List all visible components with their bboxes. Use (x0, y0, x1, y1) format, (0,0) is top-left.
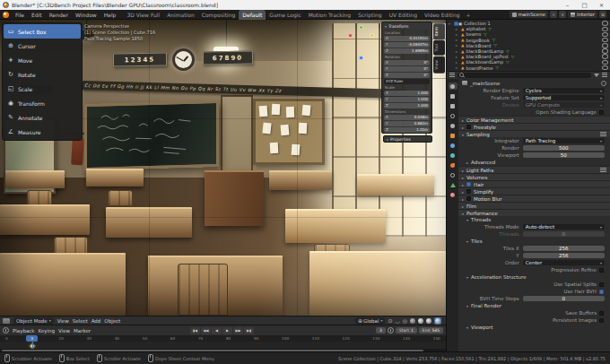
tab-world-icon[interactable] (449, 122, 458, 129)
proportional-editing-icon[interactable]: ◎ (403, 317, 407, 324)
menu-file[interactable]: File (12, 12, 28, 18)
feature-set-dropdown[interactable]: Supported (523, 95, 605, 101)
sidebar-tab-view[interactable]: View (433, 56, 445, 74)
render-samples-slider[interactable]: 500 (523, 145, 605, 152)
tiles-x-slider[interactable]: 256 (523, 246, 605, 252)
tool-move[interactable]: Move (4, 53, 81, 67)
render-engine-dropdown[interactable]: Cycles (523, 88, 605, 94)
visibility-eye-icon[interactable] (602, 32, 608, 38)
3d-viewport[interactable]: 12345 67890 Aa Bb Cc Dd Ee Ff Gg Hh Ii J… (0, 20, 446, 316)
blender-menu-icon[interactable] (3, 12, 9, 18)
timeline-tracks[interactable] (0, 342, 446, 349)
visibility-eye-icon[interactable] (602, 43, 608, 48)
workspace-tab-compositing[interactable]: Compositing (198, 10, 240, 20)
preset-menu-icon[interactable] (600, 132, 606, 136)
shading-rendered-active[interactable] (434, 317, 441, 325)
visibility-eye-icon[interactable] (602, 65, 608, 71)
tab-modifiers-icon[interactable] (449, 142, 458, 149)
current-frame-indicator[interactable]: 3 (26, 335, 38, 342)
view-layer-selector[interactable]: interior (568, 11, 597, 18)
sampling-panel[interactable]: Sampling (458, 130, 610, 137)
osl-checkbox[interactable] (599, 110, 604, 115)
tab-output-icon[interactable] (449, 92, 458, 100)
select-menu[interactable]: Select (73, 318, 88, 324)
tiles-subpanel[interactable]: Tiles (458, 238, 610, 245)
motion-blur-checkbox[interactable] (466, 196, 471, 201)
hair-checkbox[interactable] (466, 182, 471, 186)
previous-keyframe-button[interactable]: ◀◀ (201, 327, 211, 334)
tab-physics-icon[interactable] (449, 161, 458, 169)
workspace-tab-3d-view-full[interactable]: 3D View Full (123, 10, 163, 20)
workspace-tab-scripting[interactable]: Scripting (354, 10, 386, 20)
freestyle-checkbox[interactable] (466, 125, 471, 129)
location-x-field[interactable]: X0.01151m (382, 35, 431, 41)
location-y-field[interactable]: Y-0.08447m (382, 41, 431, 48)
gizmo-z-axis[interactable] (359, 56, 363, 60)
playback-menu[interactable]: Playback (13, 328, 35, 334)
timeline-editor-icon[interactable] (3, 327, 9, 334)
start-frame-field[interactable]: Start1 (396, 327, 417, 334)
volumes-panel[interactable]: Volumes (458, 173, 610, 180)
tool-rotate[interactable]: Rotate (4, 67, 81, 82)
transform-orientation-dropdown[interactable]: ⊕Global (355, 317, 386, 325)
hair-bvh-checkbox[interactable] (599, 290, 604, 294)
tab-constraints-icon[interactable] (449, 171, 458, 178)
shading-material-icon[interactable] (426, 318, 431, 324)
integrator-dropdown[interactable]: Path Tracing (523, 138, 605, 144)
advanced-subpanel[interactable]: Advanced (458, 159, 610, 166)
current-frame-field[interactable]: 3 (376, 327, 386, 334)
view-menu[interactable]: View (57, 318, 69, 324)
shading-wireframe-icon[interactable] (410, 318, 415, 324)
menu-render[interactable]: Render (46, 12, 72, 18)
sidebar-tab-tool[interactable]: Tool (433, 40, 445, 56)
pin-icon[interactable] (601, 81, 606, 86)
preset-menu-icon[interactable] (600, 168, 606, 172)
tab-render-icon[interactable] (449, 82, 458, 90)
shading-solid-icon[interactable] (418, 318, 423, 324)
acceleration-structure-subpanel[interactable]: Acceleration Structure (458, 273, 610, 281)
scale-z-field[interactable]: Z1.000 (382, 102, 431, 108)
visibility-eye-icon[interactable] (602, 60, 608, 65)
timeline-ruler[interactable]: 0102030405060708090100110120130140150 3 (0, 335, 446, 342)
tool-transform[interactable]: Transform (4, 96, 81, 110)
simplify-panel[interactable]: Simplify (458, 187, 610, 195)
snap-magnet-icon[interactable]: ◡ (396, 317, 400, 324)
transform-panel-header[interactable]: Transform (382, 22, 431, 30)
hair-panel[interactable]: Hair (458, 180, 610, 187)
new-view-layer-button[interactable]: ⧉ (599, 11, 606, 18)
location-z-field[interactable]: Z1.6985m (382, 48, 431, 54)
workspace-tab-animation[interactable]: Animation (163, 10, 198, 20)
threads-mode-dropdown[interactable]: Auto-detect (523, 224, 605, 230)
sidebar-tab-item[interactable]: Item (433, 23, 445, 39)
film-panel[interactable]: Film (458, 202, 610, 209)
tool-cursor[interactable]: Cursor (4, 39, 81, 53)
scale-x-field[interactable]: X1.000 (382, 90, 431, 96)
dimensions-y-field[interactable]: Y0.862m (382, 120, 431, 126)
tab-material-icon[interactable] (449, 191, 458, 198)
freestyle-panel[interactable]: Freestyle (458, 123, 610, 130)
spatial-splits-checkbox[interactable] (599, 282, 604, 287)
save-buffers-checkbox[interactable] (599, 311, 604, 316)
dimensions-x-field[interactable]: X0.038m (382, 114, 431, 120)
tool-scale[interactable]: Scale (4, 82, 81, 96)
move-gizmo[interactable] (346, 25, 377, 65)
pivot-point-icon[interactable]: ⊙ (388, 317, 392, 324)
add-workspace-button[interactable]: + (464, 10, 474, 20)
simplify-checkbox[interactable] (466, 189, 471, 194)
play-reverse-button[interactable]: ◀ (212, 327, 222, 334)
workspace-tab-motion-tracking[interactable]: Motion Tracking (305, 10, 354, 20)
delete-scene-button[interactable]: × (559, 11, 566, 18)
tab-object-icon[interactable] (449, 132, 458, 139)
next-keyframe-button[interactable]: ▶▶ (233, 327, 243, 334)
editor-type-icon[interactable] (3, 318, 10, 324)
rotation-x-field[interactable]: X0° (382, 59, 431, 65)
new-collection-icon[interactable] (602, 73, 607, 77)
menu-help[interactable]: Help (100, 12, 120, 18)
final-render-subpanel[interactable]: Final Render (458, 302, 610, 309)
filter-icon[interactable] (594, 74, 599, 77)
tool-annotate[interactable]: Annotate (4, 110, 81, 125)
motion-blur-panel[interactable]: Motion Blur (458, 195, 610, 202)
persistent-images-checkbox[interactable] (599, 318, 604, 323)
tool-select-box[interactable]: Select Box (4, 24, 81, 39)
tab-particles-icon[interactable] (449, 152, 458, 159)
